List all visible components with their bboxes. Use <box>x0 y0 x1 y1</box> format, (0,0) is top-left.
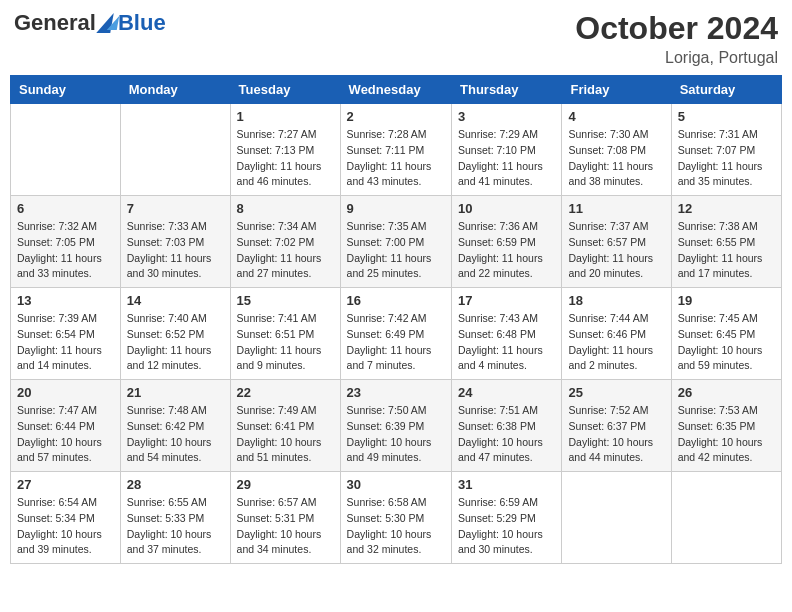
week-row-3: 13Sunrise: 7:39 AM Sunset: 6:54 PM Dayli… <box>11 288 782 380</box>
calendar-cell: 1Sunrise: 7:27 AM Sunset: 7:13 PM Daylig… <box>230 104 340 196</box>
calendar-cell: 6Sunrise: 7:32 AM Sunset: 7:05 PM Daylig… <box>11 196 121 288</box>
day-number: 22 <box>237 385 334 400</box>
calendar-cell: 23Sunrise: 7:50 AM Sunset: 6:39 PM Dayli… <box>340 380 451 472</box>
calendar-cell: 10Sunrise: 7:36 AM Sunset: 6:59 PM Dayli… <box>452 196 562 288</box>
day-number: 25 <box>568 385 664 400</box>
day-number: 15 <box>237 293 334 308</box>
calendar-cell: 4Sunrise: 7:30 AM Sunset: 7:08 PM Daylig… <box>562 104 671 196</box>
day-info: Sunrise: 6:59 AM Sunset: 5:29 PM Dayligh… <box>458 495 555 558</box>
day-number: 5 <box>678 109 775 124</box>
calendar-cell: 3Sunrise: 7:29 AM Sunset: 7:10 PM Daylig… <box>452 104 562 196</box>
header-monday: Monday <box>120 76 230 104</box>
calendar-cell: 18Sunrise: 7:44 AM Sunset: 6:46 PM Dayli… <box>562 288 671 380</box>
day-info: Sunrise: 7:32 AM Sunset: 7:05 PM Dayligh… <box>17 219 114 282</box>
day-info: Sunrise: 7:40 AM Sunset: 6:52 PM Dayligh… <box>127 311 224 374</box>
calendar-cell <box>671 472 781 564</box>
day-info: Sunrise: 7:37 AM Sunset: 6:57 PM Dayligh… <box>568 219 664 282</box>
calendar-cell: 17Sunrise: 7:43 AM Sunset: 6:48 PM Dayli… <box>452 288 562 380</box>
header-saturday: Saturday <box>671 76 781 104</box>
day-info: Sunrise: 7:51 AM Sunset: 6:38 PM Dayligh… <box>458 403 555 466</box>
header-friday: Friday <box>562 76 671 104</box>
calendar-cell: 21Sunrise: 7:48 AM Sunset: 6:42 PM Dayli… <box>120 380 230 472</box>
day-info: Sunrise: 7:36 AM Sunset: 6:59 PM Dayligh… <box>458 219 555 282</box>
week-row-2: 6Sunrise: 7:32 AM Sunset: 7:05 PM Daylig… <box>11 196 782 288</box>
day-info: Sunrise: 7:48 AM Sunset: 6:42 PM Dayligh… <box>127 403 224 466</box>
calendar-cell: 31Sunrise: 6:59 AM Sunset: 5:29 PM Dayli… <box>452 472 562 564</box>
day-number: 18 <box>568 293 664 308</box>
day-info: Sunrise: 7:30 AM Sunset: 7:08 PM Dayligh… <box>568 127 664 190</box>
calendar-table: Sunday Monday Tuesday Wednesday Thursday… <box>10 75 782 564</box>
calendar-cell: 25Sunrise: 7:52 AM Sunset: 6:37 PM Dayli… <box>562 380 671 472</box>
day-info: Sunrise: 6:58 AM Sunset: 5:30 PM Dayligh… <box>347 495 445 558</box>
day-number: 12 <box>678 201 775 216</box>
calendar-cell: 5Sunrise: 7:31 AM Sunset: 7:07 PM Daylig… <box>671 104 781 196</box>
day-number: 19 <box>678 293 775 308</box>
day-number: 23 <box>347 385 445 400</box>
calendar-cell: 28Sunrise: 6:55 AM Sunset: 5:33 PM Dayli… <box>120 472 230 564</box>
day-info: Sunrise: 6:55 AM Sunset: 5:33 PM Dayligh… <box>127 495 224 558</box>
day-number: 14 <box>127 293 224 308</box>
weekday-header-row: Sunday Monday Tuesday Wednesday Thursday… <box>11 76 782 104</box>
day-info: Sunrise: 7:42 AM Sunset: 6:49 PM Dayligh… <box>347 311 445 374</box>
calendar-cell <box>562 472 671 564</box>
title-area: October 2024 Loriga, Portugal <box>575 10 778 67</box>
logo-blue-text: Blue <box>118 10 166 36</box>
calendar-cell: 27Sunrise: 6:54 AM Sunset: 5:34 PM Dayli… <box>11 472 121 564</box>
day-info: Sunrise: 7:33 AM Sunset: 7:03 PM Dayligh… <box>127 219 224 282</box>
day-info: Sunrise: 7:45 AM Sunset: 6:45 PM Dayligh… <box>678 311 775 374</box>
calendar-cell: 9Sunrise: 7:35 AM Sunset: 7:00 PM Daylig… <box>340 196 451 288</box>
day-info: Sunrise: 7:50 AM Sunset: 6:39 PM Dayligh… <box>347 403 445 466</box>
calendar-cell: 7Sunrise: 7:33 AM Sunset: 7:03 PM Daylig… <box>120 196 230 288</box>
day-info: Sunrise: 7:52 AM Sunset: 6:37 PM Dayligh… <box>568 403 664 466</box>
day-number: 13 <box>17 293 114 308</box>
calendar-cell: 22Sunrise: 7:49 AM Sunset: 6:41 PM Dayli… <box>230 380 340 472</box>
day-info: Sunrise: 7:38 AM Sunset: 6:55 PM Dayligh… <box>678 219 775 282</box>
day-number: 4 <box>568 109 664 124</box>
calendar-cell: 8Sunrise: 7:34 AM Sunset: 7:02 PM Daylig… <box>230 196 340 288</box>
month-title: October 2024 <box>575 10 778 47</box>
day-info: Sunrise: 7:41 AM Sunset: 6:51 PM Dayligh… <box>237 311 334 374</box>
day-number: 10 <box>458 201 555 216</box>
calendar-cell: 24Sunrise: 7:51 AM Sunset: 6:38 PM Dayli… <box>452 380 562 472</box>
day-number: 30 <box>347 477 445 492</box>
day-number: 17 <box>458 293 555 308</box>
week-row-5: 27Sunrise: 6:54 AM Sunset: 5:34 PM Dayli… <box>11 472 782 564</box>
day-info: Sunrise: 6:54 AM Sunset: 5:34 PM Dayligh… <box>17 495 114 558</box>
week-row-1: 1Sunrise: 7:27 AM Sunset: 7:13 PM Daylig… <box>11 104 782 196</box>
calendar-cell: 12Sunrise: 7:38 AM Sunset: 6:55 PM Dayli… <box>671 196 781 288</box>
calendar-cell: 20Sunrise: 7:47 AM Sunset: 6:44 PM Dayli… <box>11 380 121 472</box>
day-info: Sunrise: 7:31 AM Sunset: 7:07 PM Dayligh… <box>678 127 775 190</box>
day-info: Sunrise: 7:44 AM Sunset: 6:46 PM Dayligh… <box>568 311 664 374</box>
calendar-cell: 15Sunrise: 7:41 AM Sunset: 6:51 PM Dayli… <box>230 288 340 380</box>
day-number: 3 <box>458 109 555 124</box>
day-info: Sunrise: 7:35 AM Sunset: 7:00 PM Dayligh… <box>347 219 445 282</box>
page-header: General Blue October 2024 Loriga, Portug… <box>10 10 782 67</box>
header-tuesday: Tuesday <box>230 76 340 104</box>
day-number: 11 <box>568 201 664 216</box>
day-info: Sunrise: 7:47 AM Sunset: 6:44 PM Dayligh… <box>17 403 114 466</box>
header-wednesday: Wednesday <box>340 76 451 104</box>
day-number: 27 <box>17 477 114 492</box>
day-info: Sunrise: 7:49 AM Sunset: 6:41 PM Dayligh… <box>237 403 334 466</box>
calendar-cell: 29Sunrise: 6:57 AM Sunset: 5:31 PM Dayli… <box>230 472 340 564</box>
day-info: Sunrise: 6:57 AM Sunset: 5:31 PM Dayligh… <box>237 495 334 558</box>
calendar-cell: 13Sunrise: 7:39 AM Sunset: 6:54 PM Dayli… <box>11 288 121 380</box>
day-number: 8 <box>237 201 334 216</box>
day-number: 24 <box>458 385 555 400</box>
logo: General Blue <box>14 10 166 36</box>
day-number: 6 <box>17 201 114 216</box>
calendar-cell: 14Sunrise: 7:40 AM Sunset: 6:52 PM Dayli… <box>120 288 230 380</box>
calendar-cell <box>120 104 230 196</box>
day-number: 29 <box>237 477 334 492</box>
day-info: Sunrise: 7:28 AM Sunset: 7:11 PM Dayligh… <box>347 127 445 190</box>
day-info: Sunrise: 7:43 AM Sunset: 6:48 PM Dayligh… <box>458 311 555 374</box>
day-number: 7 <box>127 201 224 216</box>
header-thursday: Thursday <box>452 76 562 104</box>
header-sunday: Sunday <box>11 76 121 104</box>
calendar-cell: 11Sunrise: 7:37 AM Sunset: 6:57 PM Dayli… <box>562 196 671 288</box>
logo-general-text: General <box>14 10 96 36</box>
calendar-cell: 2Sunrise: 7:28 AM Sunset: 7:11 PM Daylig… <box>340 104 451 196</box>
day-info: Sunrise: 7:53 AM Sunset: 6:35 PM Dayligh… <box>678 403 775 466</box>
day-info: Sunrise: 7:29 AM Sunset: 7:10 PM Dayligh… <box>458 127 555 190</box>
day-number: 20 <box>17 385 114 400</box>
